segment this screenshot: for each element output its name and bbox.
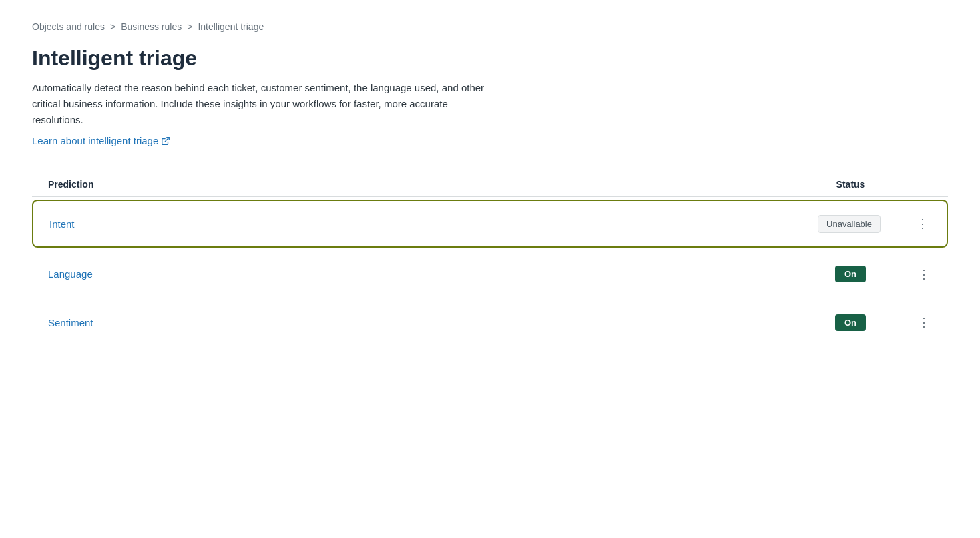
breadcrumb: Objects and rules > Business rules > Int… — [32, 21, 948, 32]
table-row-language: Language On ⋮ — [32, 250, 948, 298]
predictions-table: Prediction Status Intent Unavailable ⋮ L… — [32, 179, 948, 346]
row-menu-language[interactable]: ⋮ — [911, 266, 937, 283]
breadcrumb-separator-2: > — [187, 21, 192, 32]
status-sentiment: On — [790, 314, 911, 331]
kebab-menu-icon[interactable]: ⋮ — [911, 215, 934, 232]
breadcrumb-separator-1: > — [110, 21, 115, 32]
prediction-language[interactable]: Language — [48, 268, 790, 280]
status-language: On — [790, 266, 911, 282]
learn-link[interactable]: Learn about intelligent triage — [32, 135, 170, 146]
external-link-icon — [161, 136, 170, 146]
table-row-sentiment: Sentiment On ⋮ — [32, 298, 948, 346]
kebab-menu-icon[interactable]: ⋮ — [913, 266, 935, 283]
header-prediction: Prediction — [48, 179, 790, 190]
page-description: Automatically detect the reason behind e… — [32, 80, 499, 128]
breadcrumb-intelligent-triage: Intelligent triage — [198, 21, 264, 32]
kebab-menu-icon[interactable]: ⋮ — [913, 314, 935, 331]
prediction-intent[interactable]: Intent — [49, 218, 789, 230]
status-badge-on-language: On — [835, 266, 866, 282]
prediction-sentiment[interactable]: Sentiment — [48, 317, 790, 328]
header-status: Status — [790, 179, 911, 190]
row-menu-intent[interactable]: ⋮ — [909, 215, 936, 232]
status-intent: Unavailable — [789, 215, 909, 233]
status-badge-on-sentiment: On — [835, 314, 866, 331]
status-badge-unavailable: Unavailable — [818, 215, 881, 233]
learn-link-text: Learn about intelligent triage — [32, 135, 158, 146]
table-row-intent: Intent Unavailable ⋮ — [32, 200, 948, 248]
table-header: Prediction Status — [32, 179, 948, 196]
breadcrumb-objects-and-rules[interactable]: Objects and rules — [32, 21, 105, 32]
page-title: Intelligent triage — [32, 45, 948, 71]
table-divider-top — [32, 196, 948, 197]
row-menu-sentiment[interactable]: ⋮ — [911, 314, 937, 331]
breadcrumb-business-rules[interactable]: Business rules — [121, 21, 182, 32]
